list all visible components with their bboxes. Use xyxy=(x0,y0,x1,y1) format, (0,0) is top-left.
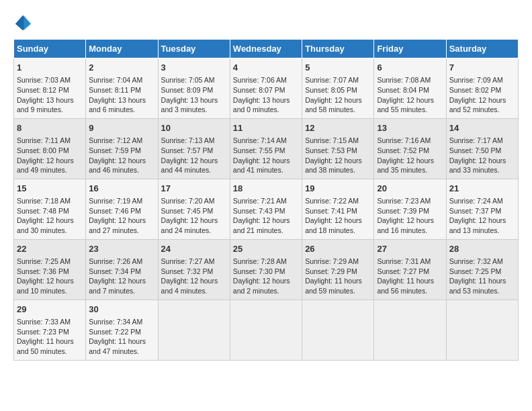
svg-marker-1 xyxy=(24,15,31,30)
sunset-label: Sunset: 7:39 PM xyxy=(377,207,429,215)
sunset-label: Sunset: 7:34 PM xyxy=(89,267,141,275)
day-number: 17 xyxy=(161,183,227,195)
calendar-cell: 28 Sunrise: 7:32 AM Sunset: 7:25 PM Dayl… xyxy=(446,239,518,300)
sunrise-label: Sunrise: 7:17 AM xyxy=(449,136,503,144)
sunset-label: Sunset: 8:11 PM xyxy=(89,86,141,94)
sunset-label: Sunset: 7:53 PM xyxy=(305,146,357,154)
calendar-cell: 16 Sunrise: 7:19 AM Sunset: 7:46 PM Dayl… xyxy=(86,179,158,239)
sunrise-label: Sunrise: 7:19 AM xyxy=(89,197,142,205)
sunset-label: Sunset: 8:07 PM xyxy=(233,86,285,94)
week-row-3: 15 Sunrise: 7:18 AM Sunset: 7:48 PM Dayl… xyxy=(14,179,519,239)
calendar-cell: 1 Sunrise: 7:03 AM Sunset: 8:12 PM Dayli… xyxy=(14,58,86,119)
logo-icon xyxy=(13,13,32,32)
daylight-label: Daylight: 12 hours and 49 minutes. xyxy=(17,156,74,175)
calendar-cell: 10 Sunrise: 7:13 AM Sunset: 7:57 PM Dayl… xyxy=(158,118,230,179)
sunrise-label: Sunrise: 7:21 AM xyxy=(233,197,287,205)
daylight-label: Daylight: 12 hours and 7 minutes. xyxy=(89,277,146,295)
calendar-cell xyxy=(302,300,374,360)
sunset-label: Sunset: 7:59 PM xyxy=(89,146,141,154)
calendar-table: SundayMondayTuesdayWednesdayThursdayFrid… xyxy=(13,39,519,361)
sunrise-label: Sunrise: 7:16 AM xyxy=(377,136,431,144)
daylight-label: Daylight: 12 hours and 35 minutes. xyxy=(377,156,434,175)
calendar-cell: 5 Sunrise: 7:07 AM Sunset: 8:05 PM Dayli… xyxy=(302,58,374,119)
calendar-cell: 15 Sunrise: 7:18 AM Sunset: 7:48 PM Dayl… xyxy=(14,179,86,239)
sunset-label: Sunset: 7:22 PM xyxy=(89,328,141,336)
day-number: 14 xyxy=(449,122,515,134)
calendar-cell: 18 Sunrise: 7:21 AM Sunset: 7:43 PM Dayl… xyxy=(230,179,302,239)
daylight-label: Daylight: 12 hours and 52 minutes. xyxy=(449,96,506,114)
sunset-label: Sunset: 7:23 PM xyxy=(17,328,69,336)
day-number: 9 xyxy=(89,122,154,134)
sunrise-label: Sunrise: 7:07 AM xyxy=(305,76,359,84)
day-header-tuesday: Tuesday xyxy=(158,40,230,58)
week-row-5: 29 Sunrise: 7:33 AM Sunset: 7:23 PM Dayl… xyxy=(14,300,519,360)
day-number: 22 xyxy=(17,243,83,255)
sunrise-label: Sunrise: 7:04 AM xyxy=(89,76,142,84)
sunrise-label: Sunrise: 7:11 AM xyxy=(17,136,71,144)
daylight-label: Daylight: 13 hours and 0 minutes. xyxy=(233,96,290,114)
sunset-label: Sunset: 7:46 PM xyxy=(89,207,141,215)
day-number: 10 xyxy=(161,122,227,134)
calendar-cell: 26 Sunrise: 7:29 AM Sunset: 7:29 PM Dayl… xyxy=(302,239,374,300)
sunset-label: Sunset: 7:32 PM xyxy=(161,267,214,275)
day-number: 24 xyxy=(161,243,227,255)
day-number: 16 xyxy=(89,183,154,195)
day-number: 23 xyxy=(89,243,154,255)
daylight-label: Daylight: 12 hours and 24 minutes. xyxy=(161,216,218,234)
sunset-label: Sunset: 7:52 PM xyxy=(377,146,429,154)
calendar-cell: 6 Sunrise: 7:08 AM Sunset: 8:04 PM Dayli… xyxy=(374,58,446,119)
sunset-label: Sunset: 8:12 PM xyxy=(17,86,69,94)
sunrise-label: Sunrise: 7:20 AM xyxy=(161,197,215,205)
calendar-cell: 20 Sunrise: 7:23 AM Sunset: 7:39 PM Dayl… xyxy=(374,179,446,239)
day-number: 27 xyxy=(377,243,443,255)
daylight-label: Daylight: 12 hours and 2 minutes. xyxy=(233,277,290,295)
sunset-label: Sunset: 8:05 PM xyxy=(305,86,357,94)
day-header-sunday: Sunday xyxy=(14,40,86,58)
sunset-label: Sunset: 7:55 PM xyxy=(233,146,285,154)
day-number: 2 xyxy=(89,62,154,74)
calendar-cell: 7 Sunrise: 7:09 AM Sunset: 8:02 PM Dayli… xyxy=(446,58,518,119)
daylight-label: Daylight: 12 hours and 16 minutes. xyxy=(377,216,434,234)
day-number: 3 xyxy=(161,62,227,74)
calendar-cell: 22 Sunrise: 7:25 AM Sunset: 7:36 PM Dayl… xyxy=(14,239,86,300)
daylight-label: Daylight: 12 hours and 58 minutes. xyxy=(305,96,362,114)
daylight-label: Daylight: 12 hours and 30 minutes. xyxy=(17,216,74,234)
sunrise-label: Sunrise: 7:28 AM xyxy=(233,257,287,265)
calendar-cell xyxy=(374,300,446,360)
week-row-1: 1 Sunrise: 7:03 AM Sunset: 8:12 PM Dayli… xyxy=(14,58,519,119)
daylight-label: Daylight: 12 hours and 38 minutes. xyxy=(305,156,362,175)
day-header-wednesday: Wednesday xyxy=(230,40,302,58)
day-number: 5 xyxy=(305,62,371,74)
sunset-label: Sunset: 7:41 PM xyxy=(305,207,357,215)
day-number: 11 xyxy=(233,122,299,134)
sunrise-label: Sunrise: 7:12 AM xyxy=(89,136,142,144)
day-number: 12 xyxy=(305,122,371,134)
calendar-cell: 3 Sunrise: 7:05 AM Sunset: 8:09 PM Dayli… xyxy=(158,58,230,119)
sunset-label: Sunset: 8:02 PM xyxy=(449,86,502,94)
sunrise-label: Sunrise: 7:34 AM xyxy=(89,318,142,326)
day-number: 19 xyxy=(305,183,371,195)
week-row-2: 8 Sunrise: 7:11 AM Sunset: 8:00 PM Dayli… xyxy=(14,118,519,179)
day-number: 18 xyxy=(233,183,299,195)
day-number: 21 xyxy=(449,183,515,195)
calendar-cell: 2 Sunrise: 7:04 AM Sunset: 8:11 PM Dayli… xyxy=(86,58,158,119)
sunset-label: Sunset: 8:04 PM xyxy=(377,86,429,94)
daylight-label: Daylight: 12 hours and 21 minutes. xyxy=(233,216,290,234)
calendar-cell: 17 Sunrise: 7:20 AM Sunset: 7:45 PM Dayl… xyxy=(158,179,230,239)
day-number: 13 xyxy=(377,122,443,134)
day-number: 29 xyxy=(17,304,83,316)
day-number: 26 xyxy=(305,243,371,255)
daylight-label: Daylight: 12 hours and 4 minutes. xyxy=(161,277,218,295)
sunset-label: Sunset: 7:43 PM xyxy=(233,207,285,215)
sunset-label: Sunset: 7:37 PM xyxy=(449,207,502,215)
daylight-label: Daylight: 12 hours and 18 minutes. xyxy=(305,216,362,234)
day-number: 30 xyxy=(89,304,154,316)
sunrise-label: Sunrise: 7:29 AM xyxy=(305,257,359,265)
calendar-cell: 14 Sunrise: 7:17 AM Sunset: 7:50 PM Dayl… xyxy=(446,118,518,179)
daylight-label: Daylight: 11 hours and 50 minutes. xyxy=(17,337,74,355)
daylight-label: Daylight: 12 hours and 55 minutes. xyxy=(377,96,434,114)
day-number: 1 xyxy=(17,62,83,74)
day-header-thursday: Thursday xyxy=(302,40,374,58)
sunrise-label: Sunrise: 7:08 AM xyxy=(377,76,431,84)
sunrise-label: Sunrise: 7:15 AM xyxy=(305,136,359,144)
